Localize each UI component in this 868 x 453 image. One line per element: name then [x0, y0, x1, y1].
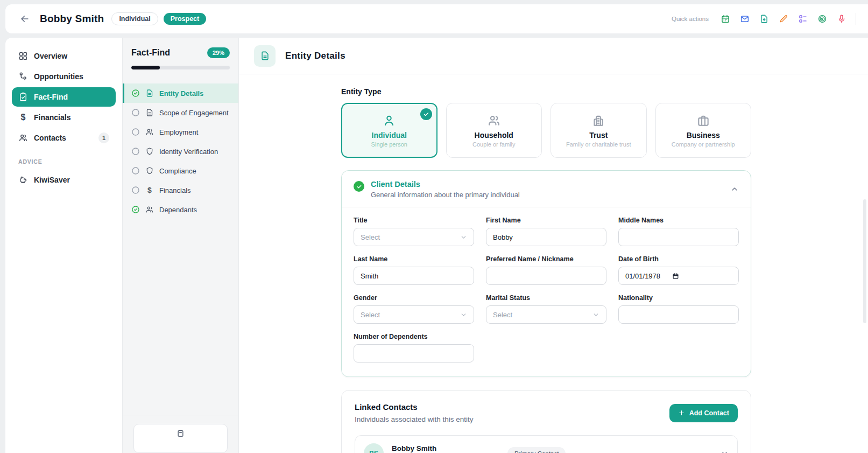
- sidebar-item-label: Opportunities: [34, 72, 83, 81]
- chevron-up-icon[interactable]: [730, 185, 739, 193]
- marital-status-select[interactable]: Select: [486, 305, 606, 324]
- fact-find-section-list: Entity Details Scope of Engagement Emp: [123, 83, 238, 219]
- chevron-down-icon[interactable]: [721, 449, 729, 453]
- microphone-icon[interactable]: [836, 14, 846, 24]
- section-title: Entity Details: [285, 51, 345, 61]
- entity-type-card-trust[interactable]: Trust Family or charitable trust: [551, 103, 647, 158]
- users-icon: [145, 128, 154, 136]
- entity-card-subtitle: Company or partnership: [672, 141, 735, 148]
- fact-find-nav-header: Fact-Find 29%: [123, 38, 238, 69]
- calendar-icon[interactable]: [720, 14, 730, 24]
- plus-icon: [678, 409, 685, 416]
- entity-type-card-individual[interactable]: Individual Single person: [341, 103, 437, 158]
- factfind-item-financials[interactable]: $ Financials: [123, 180, 238, 200]
- linked-contacts-card: Linked Contacts Individuals associated w…: [341, 390, 751, 453]
- sidebar-item-label: Overview: [34, 52, 67, 60]
- sidebar-item-kiwisaver[interactable]: KiwiSaver: [12, 170, 116, 190]
- factfind-item-scope-of-engagement[interactable]: Scope of Engagement: [123, 103, 238, 122]
- field-label: Middle Names: [618, 217, 739, 224]
- dollar-icon: $: [145, 186, 154, 194]
- briefcase-icon: [696, 113, 710, 128]
- add-contact-button[interactable]: Add Contact: [669, 404, 738, 422]
- entity-card-title: Business: [687, 131, 720, 140]
- shield-icon: [145, 166, 154, 175]
- field-preferred-name: Preferred Name / Nickname: [486, 255, 606, 285]
- section-header: Entity Details: [239, 38, 868, 74]
- chevron-down-icon: [460, 234, 467, 241]
- linked-contacts-title: Linked Contacts: [355, 402, 474, 412]
- entity-type-label: Entity Type: [341, 87, 751, 96]
- calendar-picker-icon[interactable]: [672, 273, 679, 280]
- users-icon: [18, 133, 28, 143]
- quick-actions-label: Quick actions: [672, 16, 709, 22]
- nationality-input[interactable]: [618, 305, 739, 324]
- factfind-item-identity-verification[interactable]: Identity Verification: [123, 142, 238, 161]
- client-details-card: Client Details General information about…: [341, 170, 751, 377]
- first-name-input[interactable]: [486, 228, 606, 246]
- dollar-icon: $: [18, 113, 28, 122]
- main-content: Entity Details Entity Type Individual Si…: [239, 38, 868, 453]
- section-icon-box: [254, 45, 276, 67]
- factfind-item-label: Identity Verification: [159, 148, 218, 156]
- check-circle-icon: [131, 205, 140, 214]
- scrollbar[interactable]: [863, 199, 866, 323]
- piggy-bank-icon: [18, 175, 28, 185]
- sidebar-item-opportunities[interactable]: Opportunities: [12, 67, 116, 86]
- factfind-item-compliance[interactable]: Compliance: [123, 161, 238, 180]
- quick-actions: Quick actions: [672, 13, 856, 25]
- chevron-down-icon: [592, 311, 599, 318]
- entity-card-subtitle: Single person: [371, 141, 407, 148]
- field-title: Title Select: [354, 217, 474, 246]
- entity-card-title: Household: [475, 131, 513, 140]
- client-details-header[interactable]: Client Details General information about…: [342, 171, 751, 207]
- factfind-item-label: Financials: [159, 186, 191, 194]
- preferred-name-input[interactable]: [486, 267, 606, 285]
- mail-icon[interactable]: [739, 14, 750, 24]
- document-icon: [260, 51, 270, 61]
- back-button[interactable]: [17, 11, 32, 26]
- gender-select[interactable]: Select: [354, 305, 474, 324]
- pencil-icon[interactable]: [778, 14, 788, 24]
- sidebar-item-contacts[interactable]: Contacts 1: [12, 128, 116, 148]
- title-select[interactable]: Select: [354, 228, 474, 246]
- date-of-birth-input[interactable]: 01/01/1978: [618, 267, 739, 285]
- target-icon[interactable]: [817, 14, 827, 24]
- factfind-item-employment[interactable]: Employment: [123, 122, 238, 142]
- contacts-count-badge: 1: [98, 133, 109, 143]
- sidebar-item-label: KiwiSaver: [34, 176, 70, 184]
- sidebar-item-label: Contacts: [34, 134, 66, 142]
- field-label: Preferred Name / Nickname: [486, 255, 606, 263]
- file-upload-icon[interactable]: [759, 14, 769, 24]
- entity-type-card-household[interactable]: Household Couple or family: [446, 103, 542, 158]
- fact-find-nav-footer: [123, 415, 238, 453]
- factfind-item-label: Compliance: [159, 167, 196, 175]
- entity-card-title: Individual: [372, 131, 407, 140]
- sidebar-item-financials[interactable]: $ Financials: [12, 108, 116, 127]
- field-label: First Name: [486, 217, 606, 224]
- number-of-dependents-input[interactable]: [354, 344, 474, 363]
- empty-circle-icon: [131, 166, 140, 175]
- primary-contact-badge: Primary Contact: [507, 447, 566, 453]
- entity-card-title: Trust: [589, 131, 608, 140]
- sidebar-item-overview[interactable]: Overview: [12, 46, 116, 66]
- sidebar-item-fact-find[interactable]: Fact-Find: [12, 87, 116, 107]
- people-icon: [487, 113, 501, 128]
- middle-names-input[interactable]: [618, 228, 739, 246]
- contact-row[interactable]: BS Bobby Smith bob@bob.com Primary Conta…: [355, 435, 738, 453]
- field-label: Number of Dependents: [354, 333, 474, 340]
- factfind-progress-fill: [131, 66, 160, 69]
- factfind-item-entity-details[interactable]: Entity Details: [123, 83, 238, 103]
- complete-check-icon: [354, 181, 364, 192]
- sidebar-item-label: Financials: [34, 113, 70, 122]
- page-title: Bobby Smith: [40, 13, 104, 25]
- field-label: Nationality: [618, 294, 739, 302]
- form-column: Entity Type Individual Single person: [341, 87, 751, 453]
- entity-type-card-business[interactable]: Business Company or partnership: [655, 103, 752, 158]
- factfind-item-dependants[interactable]: Dependants: [123, 200, 238, 219]
- document-icon: [145, 89, 154, 97]
- selected-check-icon: [420, 108, 432, 120]
- factfind-footer-button[interactable]: [133, 424, 228, 453]
- status-badge: Prospect: [164, 13, 207, 25]
- last-name-input[interactable]: [354, 267, 474, 285]
- checklist-icon[interactable]: [798, 14, 808, 24]
